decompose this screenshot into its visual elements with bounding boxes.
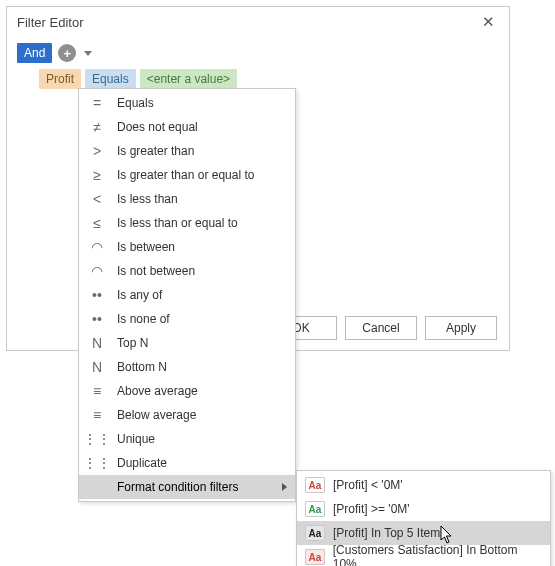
format-submenu-item[interactable]: Aa[Customers Satisfaction] In Bottom 10%: [297, 545, 550, 566]
format-preview-icon: Aa: [305, 525, 325, 541]
operator-menu-item[interactable]: >Is greater than: [79, 139, 295, 163]
operator-item-icon: ≤: [87, 213, 107, 233]
condition-row: Profit Equals <enter a value>: [39, 69, 499, 89]
operator-item-icon: ≡: [87, 405, 107, 425]
operator-item-icon: N: [87, 333, 107, 353]
format-preview-icon: Aa: [305, 549, 325, 565]
format-submenu-label: [Profit] < '0M': [333, 478, 403, 492]
operator-menu[interactable]: =Equals≠Does not equal>Is greater than≥I…: [78, 88, 296, 502]
operator-menu-item[interactable]: <Is less than: [79, 187, 295, 211]
operator-menu-item[interactable]: NTop N: [79, 331, 295, 355]
cancel-button[interactable]: Cancel: [345, 316, 417, 340]
operator-item-label: Equals: [117, 96, 287, 110]
titlebar: Filter Editor ✕: [7, 7, 509, 37]
operator-menu-item[interactable]: ◠Is not between: [79, 259, 295, 283]
format-submenu-item[interactable]: Aa[Profit] In Top 5 Items: [297, 521, 550, 545]
operator-item-icon: ≥: [87, 165, 107, 185]
operator-menu-item[interactable]: ≡Below average: [79, 403, 295, 427]
operator-menu-item[interactable]: ≥Is greater than or equal to: [79, 163, 295, 187]
operator-item-icon: N: [87, 357, 107, 377]
format-submenu-item[interactable]: Aa[Profit] >= '0M': [297, 497, 550, 521]
submenu-arrow-icon: [282, 483, 287, 491]
operator-item-icon: [87, 477, 107, 497]
operator-operand[interactable]: Equals: [85, 69, 136, 89]
add-condition-button[interactable]: +: [58, 44, 76, 62]
group-operator[interactable]: And: [17, 43, 52, 63]
chevron-down-icon[interactable]: [84, 51, 92, 56]
operator-item-label: Is not between: [117, 264, 287, 278]
operator-item-label: Is between: [117, 240, 287, 254]
operator-item-icon: ••: [87, 285, 107, 305]
operator-item-icon: ⋮⋮: [87, 429, 107, 449]
operator-item-label: Is any of: [117, 288, 287, 302]
format-submenu-item[interactable]: Aa[Profit] < '0M': [297, 473, 550, 497]
root-group-row: And +: [17, 43, 499, 63]
operator-item-icon: ◠: [87, 237, 107, 257]
dialog-title: Filter Editor: [17, 15, 83, 30]
operator-item-label: Is greater than or equal to: [117, 168, 287, 182]
operator-item-label: Unique: [117, 432, 287, 446]
operator-menu-item[interactable]: ≠Does not equal: [79, 115, 295, 139]
operator-item-label: Is greater than: [117, 144, 287, 158]
operator-item-icon: >: [87, 141, 107, 161]
operator-item-icon: <: [87, 189, 107, 209]
field-operand[interactable]: Profit: [39, 69, 81, 89]
operator-menu-item[interactable]: ⋮⋮Unique: [79, 427, 295, 451]
operator-menu-item[interactable]: ⋮⋮Duplicate: [79, 451, 295, 475]
operator-menu-item[interactable]: =Equals: [79, 91, 295, 115]
dialog-body: And + Profit Equals <enter a value>: [7, 37, 509, 95]
operator-menu-item[interactable]: ••Is any of: [79, 283, 295, 307]
format-condition-submenu[interactable]: Aa[Profit] < '0M'Aa[Profit] >= '0M'Aa[Pr…: [296, 470, 551, 566]
operator-item-label: Duplicate: [117, 456, 287, 470]
operator-menu-item[interactable]: ••Is none of: [79, 307, 295, 331]
format-preview-icon: Aa: [305, 501, 325, 517]
operator-item-icon: ≡: [87, 381, 107, 401]
operator-menu-item[interactable]: ≤Is less than or equal to: [79, 211, 295, 235]
operator-menu-item[interactable]: ◠Is between: [79, 235, 295, 259]
operator-item-label: Is less than: [117, 192, 287, 206]
operator-item-icon: ⋮⋮: [87, 453, 107, 473]
operator-menu-item[interactable]: Format condition filters: [79, 475, 295, 499]
operator-item-icon: ••: [87, 309, 107, 329]
format-submenu-label: [Customers Satisfaction] In Bottom 10%: [333, 543, 542, 566]
operator-item-label: Is none of: [117, 312, 287, 326]
operator-item-icon: ◠: [87, 261, 107, 281]
operator-menu-item[interactable]: ≡Above average: [79, 379, 295, 403]
format-submenu-label: [Profit] In Top 5 Items: [333, 526, 446, 540]
dialog-buttons: OK Cancel Apply: [265, 316, 497, 340]
operator-item-label: Is less than or equal to: [117, 216, 287, 230]
operator-item-label: Top N: [117, 336, 287, 350]
operator-item-label: Does not equal: [117, 120, 287, 134]
operator-item-label: Format condition filters: [117, 480, 272, 494]
apply-button[interactable]: Apply: [425, 316, 497, 340]
operator-menu-item[interactable]: NBottom N: [79, 355, 295, 379]
operator-item-label: Below average: [117, 408, 287, 422]
operator-item-icon: ≠: [87, 117, 107, 137]
value-operand[interactable]: <enter a value>: [140, 69, 237, 89]
format-submenu-label: [Profit] >= '0M': [333, 502, 410, 516]
operator-item-label: Above average: [117, 384, 287, 398]
format-preview-icon: Aa: [305, 477, 325, 493]
close-icon[interactable]: ✕: [475, 9, 501, 35]
operator-item-label: Bottom N: [117, 360, 287, 374]
operator-item-icon: =: [87, 93, 107, 113]
